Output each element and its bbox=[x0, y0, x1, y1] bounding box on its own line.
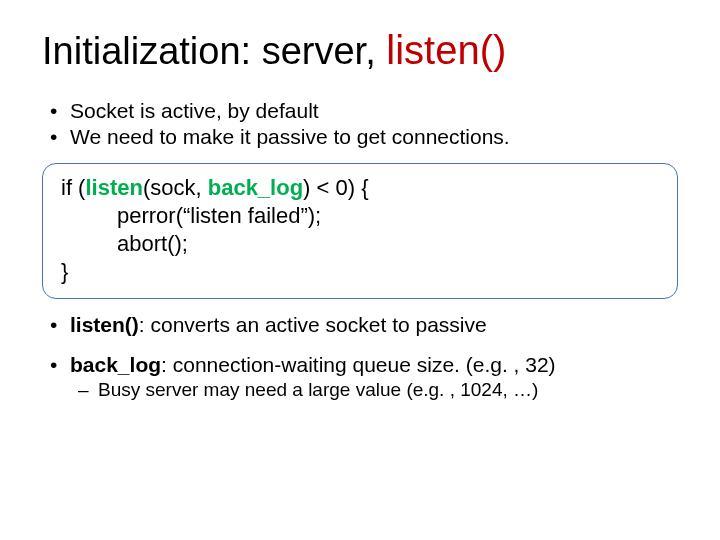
bullet-bottom-0-bold: listen() bbox=[70, 313, 139, 336]
code-line-2: perror(“listen failed”); bbox=[61, 202, 659, 230]
title-prefix: Initialization: server, bbox=[42, 30, 386, 72]
code-line-1: if (listen(sock, back_log) < 0) { bbox=[61, 174, 659, 202]
code-box: if (listen(sock, back_log) < 0) { perror… bbox=[42, 163, 678, 300]
bullet-bottom-1: back_log: connection-waiting queue size.… bbox=[70, 353, 678, 401]
title-fn: listen() bbox=[386, 28, 506, 72]
bullet-bottom-1-sub: Busy server may need a large value (e.g.… bbox=[70, 379, 678, 401]
code-listen-kw: listen bbox=[85, 175, 142, 200]
bullets-bottom: listen(): converts an active socket to p… bbox=[42, 313, 678, 401]
code-line-3: abort(); bbox=[61, 230, 659, 258]
bullet-top-0: Socket is active, by default bbox=[70, 99, 678, 123]
code-l1b: (sock, bbox=[143, 175, 208, 200]
slide: Initialization: server, listen() Socket … bbox=[0, 0, 720, 540]
bullet-bottom-0-rest: : converts an active socket to passive bbox=[139, 313, 487, 336]
code-line-4: } bbox=[61, 258, 659, 286]
bullet-bottom-0: listen(): converts an active socket to p… bbox=[70, 313, 678, 337]
bullet-bottom-1-rest: : connection-waiting queue size. (e.g. ,… bbox=[161, 353, 556, 376]
code-l1c: ) < 0) { bbox=[303, 175, 368, 200]
code-backlog-kw: back_log bbox=[208, 175, 303, 200]
code-l1a: if ( bbox=[61, 175, 85, 200]
bullet-top-1: We need to make it passive to get connec… bbox=[70, 125, 678, 149]
bullets-top: Socket is active, by default We need to … bbox=[42, 99, 678, 149]
slide-title: Initialization: server, listen() bbox=[42, 28, 678, 73]
bullet-bottom-1-bold: back_log bbox=[70, 353, 161, 376]
bullet-bottom-1-sub-0: Busy server may need a large value (e.g.… bbox=[98, 379, 678, 401]
